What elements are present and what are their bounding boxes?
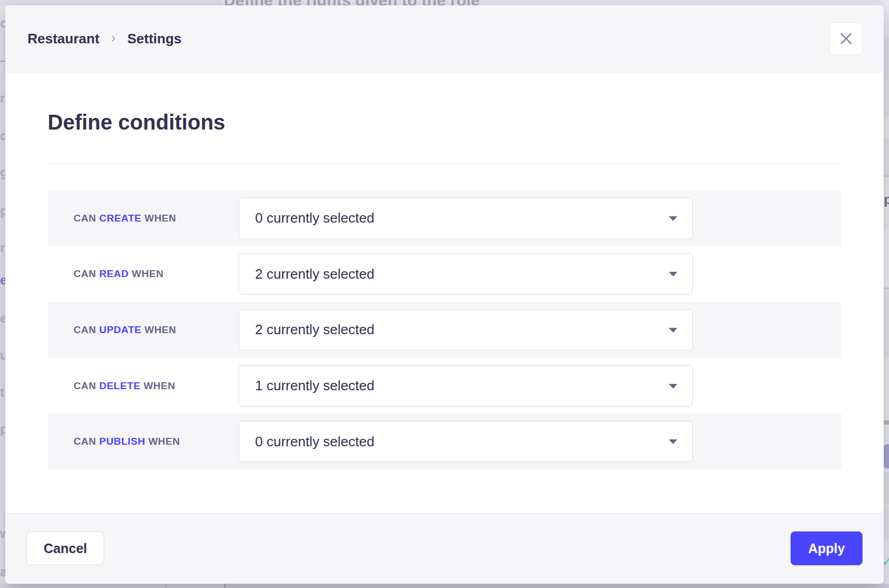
backdrop-top-panel bbox=[0, 0, 222, 5]
backdrop-letter-fragment: w bbox=[0, 526, 5, 541]
page-title: Define conditions bbox=[48, 111, 225, 134]
backdrop-bottom-segment bbox=[225, 584, 889, 588]
condition-label: CAN UPDATE WHEN bbox=[48, 324, 239, 336]
backdrop-right-fragments: p ✓ bbox=[884, 0, 889, 588]
modal-header: Restaurant › Settings bbox=[5, 5, 884, 72]
chevron-down-icon bbox=[669, 216, 677, 221]
backdrop-letter-fragment: ti bbox=[0, 385, 5, 400]
selected-count: 0 currently selected bbox=[255, 210, 374, 226]
selected-count: 2 currently selected bbox=[255, 266, 374, 282]
close-icon bbox=[839, 32, 853, 45]
chevron-right-icon: › bbox=[111, 30, 116, 46]
backdrop-letter-fragment: er bbox=[0, 311, 5, 326]
backdrop-letter-fragment: u bbox=[0, 348, 5, 363]
action-name: DELETE bbox=[99, 380, 140, 391]
backdrop-letter-fragment: r bbox=[0, 241, 5, 255]
backdrop-letter-fragment: p bbox=[0, 422, 5, 437]
condition-label: CAN DELETE WHEN bbox=[48, 380, 239, 392]
backdrop-table-line bbox=[166, 584, 167, 588]
backdrop-letter-fragment: ai bbox=[0, 565, 5, 580]
action-name: READ bbox=[99, 268, 129, 279]
title-divider bbox=[48, 163, 841, 164]
cancel-button[interactable]: Cancel bbox=[26, 531, 104, 565]
condition-label: CAN READ WHEN bbox=[48, 268, 239, 280]
backdrop-right-block bbox=[884, 228, 889, 288]
conditions-select-update[interactable]: 2 currently selected bbox=[239, 309, 693, 351]
conditions-select-publish[interactable]: 0 currently selected bbox=[239, 421, 693, 462]
chevron-down-icon bbox=[669, 439, 677, 444]
backdrop-letter-fragment: — bbox=[0, 53, 5, 68]
backdrop-right-divider bbox=[884, 176, 889, 177]
backdrop-right-block bbox=[884, 37, 889, 116]
backdrop-left-fragments: ol—rdgpreerutipwai bbox=[0, 0, 5, 588]
condition-label: CAN CREATE WHEN bbox=[48, 213, 239, 224]
breadcrumb-root: Restaurant bbox=[28, 31, 99, 47]
backdrop-page-title-fragment: Define the rights given to the role bbox=[224, 0, 880, 5]
backdrop-right-letter: p bbox=[884, 191, 889, 208]
modal-footer: Cancel Apply bbox=[5, 513, 884, 584]
close-button[interactable] bbox=[830, 22, 863, 55]
backdrop-right-block bbox=[884, 472, 889, 504]
selected-count: 1 currently selected bbox=[255, 378, 374, 394]
conditions-select-read[interactable]: 2 currently selected bbox=[239, 253, 693, 295]
backdrop-right-block bbox=[884, 289, 889, 357]
backdrop-check-fragment: ✓ bbox=[884, 554, 889, 569]
backdrop-letter-fragment: e bbox=[0, 273, 5, 288]
selected-count: 2 currently selected bbox=[255, 321, 374, 338]
condition-row-publish: CAN PUBLISH WHEN 0 currently selected bbox=[48, 414, 841, 470]
backdrop-letter-fragment: r bbox=[0, 91, 5, 106]
modal-body: Define conditions CAN CREATE WHEN 0 curr… bbox=[5, 72, 884, 512]
define-conditions-modal: Restaurant › Settings Define conditions … bbox=[5, 5, 884, 584]
backdrop-right-block bbox=[884, 139, 889, 176]
backdrop-letter-fragment: ol bbox=[0, 16, 5, 31]
breadcrumb-current: Settings bbox=[128, 31, 182, 47]
selected-count: 0 currently selected bbox=[255, 434, 374, 450]
backdrop-letter-fragment: g bbox=[0, 165, 5, 180]
condition-row-read: CAN READ WHEN 2 currently selected bbox=[48, 246, 841, 302]
backdrop-right-block bbox=[884, 444, 889, 468]
conditions-select-create[interactable]: 0 currently selected bbox=[239, 198, 693, 239]
condition-label: CAN PUBLISH WHEN bbox=[48, 436, 239, 447]
backdrop-letter-fragment: p bbox=[0, 204, 5, 218]
conditions-list: CAN CREATE WHEN 0 currently selected CAN… bbox=[48, 190, 841, 470]
condition-row-create: CAN CREATE WHEN 0 currently selected bbox=[48, 190, 841, 246]
chevron-down-icon bbox=[669, 384, 677, 389]
action-name: UPDATE bbox=[99, 324, 141, 335]
backdrop-right-block bbox=[884, 507, 889, 538]
action-name: PUBLISH bbox=[99, 436, 145, 447]
condition-row-delete: CAN DELETE WHEN 1 currently selected bbox=[48, 358, 841, 414]
backdrop-bottom-strip bbox=[0, 584, 889, 588]
chevron-down-icon bbox=[669, 272, 677, 277]
conditions-select-delete[interactable]: 1 currently selected bbox=[239, 365, 693, 407]
backdrop-table-line bbox=[224, 584, 225, 588]
backdrop-right-block bbox=[884, 420, 889, 425]
apply-button[interactable]: Apply bbox=[791, 531, 863, 565]
chevron-down-icon bbox=[669, 328, 677, 333]
condition-row-update: CAN UPDATE WHEN 2 currently selected bbox=[48, 302, 841, 358]
backdrop-letter-fragment: d bbox=[0, 128, 5, 143]
action-name: CREATE bbox=[99, 213, 141, 224]
